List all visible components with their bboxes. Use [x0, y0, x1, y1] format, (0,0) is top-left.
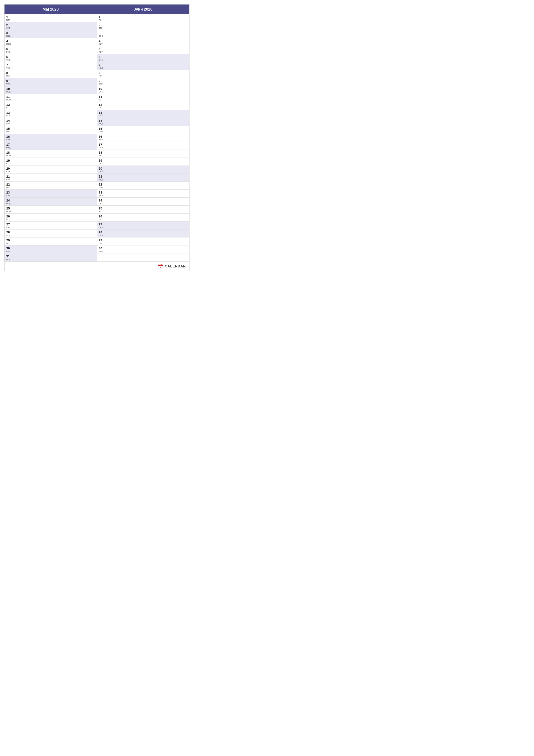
- day-name: ВТО: [99, 27, 188, 29]
- day-name: ВТО: [6, 51, 95, 53]
- day-row: 1ПОН: [97, 14, 189, 22]
- day-name: ПОН: [6, 210, 95, 212]
- day-row: 9ВТО: [97, 78, 189, 86]
- day-number: 17: [6, 143, 95, 147]
- day-name: ПОН: [99, 131, 188, 133]
- day-number: 16: [6, 135, 95, 139]
- day-number: 19: [99, 159, 188, 162]
- day-number: 22: [99, 182, 188, 186]
- day-row: 21НЕД: [97, 174, 189, 182]
- day-number: 17: [99, 143, 188, 147]
- day-name: ЧЕТ: [6, 122, 95, 125]
- day-name: ПЕТ: [99, 107, 188, 109]
- day-number: 15: [6, 127, 95, 131]
- day-row: 2ВТО: [97, 22, 189, 30]
- day-number: 12: [6, 103, 95, 107]
- day-number: 22: [6, 182, 95, 186]
- day-number: 14: [6, 119, 95, 122]
- day-number: 6: [99, 55, 188, 59]
- day-row: 29ПОН: [97, 237, 189, 245]
- day-name: ПОН: [99, 19, 188, 21]
- day-name: ПЕТ: [99, 218, 188, 221]
- day-number: 13: [6, 111, 95, 115]
- day-row: 20СРЕ: [5, 166, 97, 174]
- day-number: 29: [99, 238, 188, 242]
- day-number: 20: [6, 167, 95, 171]
- day-number: 2: [6, 23, 95, 27]
- day-name: ВТО: [99, 83, 188, 85]
- day-name: ЧЕТ: [6, 178, 95, 180]
- day-row: 19ВТО: [5, 158, 97, 166]
- day-number: 6: [6, 55, 95, 59]
- day-name: ПОН: [99, 242, 188, 244]
- day-name: ПЕТ: [6, 75, 95, 77]
- day-row: 13САБ: [97, 110, 189, 118]
- day-row: 14ЧЕТ: [5, 118, 97, 126]
- day-name: НЕД: [6, 147, 95, 149]
- day-row: 3НЕД: [5, 30, 97, 38]
- day-row: 19ПЕТ: [97, 158, 189, 166]
- day-row: 25ЧЕТ: [97, 205, 189, 214]
- day-row: 25ПОН: [5, 205, 97, 214]
- day-row: 7ЧЕТ: [5, 62, 97, 70]
- day-number: 3: [99, 31, 188, 35]
- day-number: 16: [99, 135, 188, 139]
- day-name: ПОН: [6, 43, 95, 45]
- day-row: 17СРЕ: [97, 142, 189, 150]
- day-row: 13СРЕ: [5, 110, 97, 118]
- day-name: СРЕ: [6, 115, 95, 117]
- day-row: 18ПОН: [5, 150, 97, 158]
- day-row: 1ПЕТ: [5, 14, 97, 22]
- day-name: НЕД: [6, 91, 95, 93]
- day-number: 30: [6, 246, 95, 250]
- day-name: ПОН: [99, 186, 188, 189]
- day-number: 14: [99, 119, 188, 122]
- day-row-empty: [97, 254, 189, 261]
- day-name: НЕД: [6, 35, 95, 37]
- day-number: 21: [99, 175, 188, 178]
- day-row: 23САБ: [5, 190, 97, 198]
- day-row: 12ВТО: [5, 102, 97, 110]
- day-name: ПЕТ: [6, 19, 95, 21]
- day-row: 8ПОН: [97, 70, 189, 78]
- day-name: ЧЕТ: [6, 67, 95, 69]
- day-number: 31: [6, 254, 95, 258]
- day-row: 24НЕД: [5, 198, 97, 205]
- calendar-grid: Maj 2020 Јуни 2020 1ПЕТ2САБ3НЕД4ПОН5ВТО6…: [5, 5, 189, 271]
- day-row: 16САБ: [5, 134, 97, 142]
- day-name: НЕД: [99, 178, 188, 180]
- calendar-icon: 7: [157, 263, 164, 269]
- day-number: 18: [99, 150, 188, 154]
- day-number: 26: [6, 214, 95, 218]
- day-name: НЕД: [99, 67, 188, 69]
- day-row: 5ВТО: [5, 46, 97, 54]
- svg-text:7: 7: [160, 266, 161, 269]
- day-row: 15ПЕТ: [5, 126, 97, 134]
- day-row: 7НЕД: [97, 62, 189, 70]
- day-row: 22ПЕТ: [5, 182, 97, 190]
- day-row: 27СРЕ: [5, 222, 97, 230]
- day-number: 28: [6, 230, 95, 234]
- day-number: 9: [99, 79, 188, 83]
- day-name: САБ: [99, 115, 188, 117]
- day-name: ПЕТ: [6, 186, 95, 189]
- day-number: 1: [6, 15, 95, 19]
- day-number: 23: [6, 191, 95, 194]
- day-number: 8: [99, 71, 188, 75]
- day-name: САБ: [99, 59, 188, 61]
- day-row: 9САБ: [5, 78, 97, 86]
- day-name: ВТО: [6, 218, 95, 221]
- day-row: 16ВТО: [97, 134, 189, 142]
- day-row: 30ВТО: [97, 245, 189, 254]
- day-name: ЧЕТ: [99, 43, 188, 45]
- day-row: 26ПЕТ: [97, 214, 189, 222]
- day-name: ЧЕТ: [99, 210, 188, 212]
- day-name: ВТО: [99, 139, 188, 141]
- day-name: ПЕТ: [6, 131, 95, 133]
- day-number: 24: [6, 199, 95, 202]
- day-row: 11ЧЕТ: [97, 94, 189, 102]
- day-row: 14НЕД: [97, 118, 189, 126]
- day-name: НЕД: [6, 258, 95, 260]
- day-number: 28: [99, 230, 188, 234]
- day-number: 11: [99, 95, 188, 99]
